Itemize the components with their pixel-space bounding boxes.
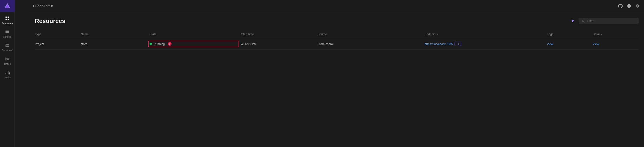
main-content: Resources Type Name State Start time [29,12,644,147]
svg-rect-15 [6,73,6,74]
sidebar-item-label-metrics: Metrics [4,76,11,79]
sidebar-item-label-resources: Resources [2,22,13,25]
endpoint-link[interactable]: https://localhost:7085 [424,42,453,46]
cell-starttime: 4:56:19 PM [241,38,318,50]
endpoints-cell: https://localhost:7085 +1 [424,42,543,46]
svg-rect-4 [6,19,7,20]
sidebar-nav: Resources Console Structured Traces [0,12,14,81]
filter-button[interactable] [569,18,576,25]
svg-rect-18 [9,72,10,74]
resources-table: Type Name State Start time Source Endpoi… [35,30,638,50]
svg-rect-5 [8,19,9,20]
sidebar-item-console[interactable]: Console [0,27,14,40]
github-icon[interactable] [618,4,623,9]
filter-icon [570,19,575,23]
page-title: Resources [35,18,65,25]
state-dot [150,43,152,45]
sidebar-item-metrics[interactable]: Metrics [0,68,14,81]
col-header-state: State [150,30,241,38]
cell-state: Running 1 [150,38,241,50]
filter-input[interactable] [587,19,636,23]
logs-view-button[interactable]: View [547,42,553,46]
svg-point-12 [6,60,6,60]
notification-badge: 1 [168,42,172,46]
cell-details: View [593,38,638,50]
sidebar-item-label-structured: Structured [2,49,12,52]
console-icon [4,29,10,35]
col-header-type: Type [35,30,81,38]
svg-line-14 [6,59,8,60]
cell-endpoints: https://localhost:7085 +1 [424,38,547,50]
endpoint-extra-badge: +1 [454,42,461,46]
cell-name: store [81,38,150,50]
col-header-name: Name [81,30,150,38]
col-header-details: Details [593,30,638,38]
col-header-starttime: Start time [241,30,318,38]
settings-icon[interactable] [635,4,640,9]
sidebar: Resources Console Structured Traces [0,0,15,147]
app-title: EShopAdmin [33,4,53,8]
svg-rect-3 [8,17,9,18]
sidebar-item-resources[interactable]: Resources [0,14,14,26]
details-view-button[interactable]: View [593,42,599,46]
table-header: Type Name State Start time Source Endpoi… [35,30,638,38]
cell-type: Project [35,38,81,50]
table-row: Project store Running 1 4:56:19 PM Store… [35,38,638,50]
col-header-source: Source [318,30,424,38]
svg-point-10 [6,58,6,59]
svg-point-19 [582,20,584,22]
sidebar-item-structured[interactable]: Structured [0,41,14,54]
resources-icon [4,16,10,21]
search-icon [582,20,585,23]
sidebar-logo [0,0,15,12]
help-icon[interactable] [626,4,632,9]
page-header: Resources [35,18,638,25]
cell-source: Store.csproj [318,38,424,50]
table-body: Project store Running 1 4:56:19 PM Store… [35,38,638,50]
svg-rect-2 [6,17,7,18]
svg-rect-16 [7,72,7,74]
traces-icon [4,56,10,62]
metrics-icon [4,70,10,75]
topbar-actions [618,4,640,9]
svg-line-13 [6,58,8,59]
app-logo-icon [4,3,10,9]
header-actions [569,18,638,25]
state-label: Running [154,42,165,46]
svg-rect-7 [6,44,9,45]
sidebar-item-label-traces: Traces [4,63,10,65]
structured-icon [4,43,10,48]
sidebar-item-label-console: Console [3,36,12,38]
search-box [579,18,638,24]
svg-point-11 [8,59,9,60]
topbar: EShopAdmin [29,0,644,12]
col-header-logs: Logs [547,30,593,38]
svg-rect-8 [6,45,9,46]
state-cell: Running 1 [150,42,238,46]
svg-rect-17 [8,71,8,74]
svg-rect-9 [6,46,9,47]
svg-line-20 [584,21,585,22]
sidebar-item-traces[interactable]: Traces [0,54,14,67]
cell-logs: View [547,38,593,50]
col-header-endpoints: Endpoints [424,30,547,38]
